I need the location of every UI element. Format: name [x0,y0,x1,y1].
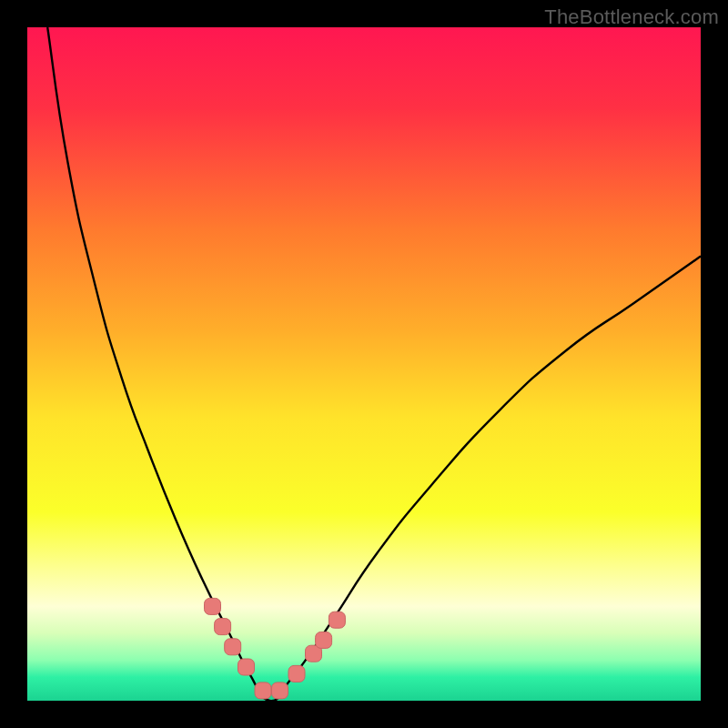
curve-markers [205,598,346,699]
chart-frame [27,27,701,701]
bottleneck-curve [47,27,701,701]
curve-marker [288,665,305,682]
curve-marker [205,598,221,614]
curve-marker [215,619,231,635]
curve-marker [272,682,288,699]
curve-marker [316,632,332,648]
curve-marker [329,612,345,628]
watermark-text: TheBottleneck.com [544,5,719,29]
curve-marker [225,639,241,655]
curve-marker [255,682,271,699]
curve-marker [238,659,255,675]
chart-svg [27,27,701,701]
